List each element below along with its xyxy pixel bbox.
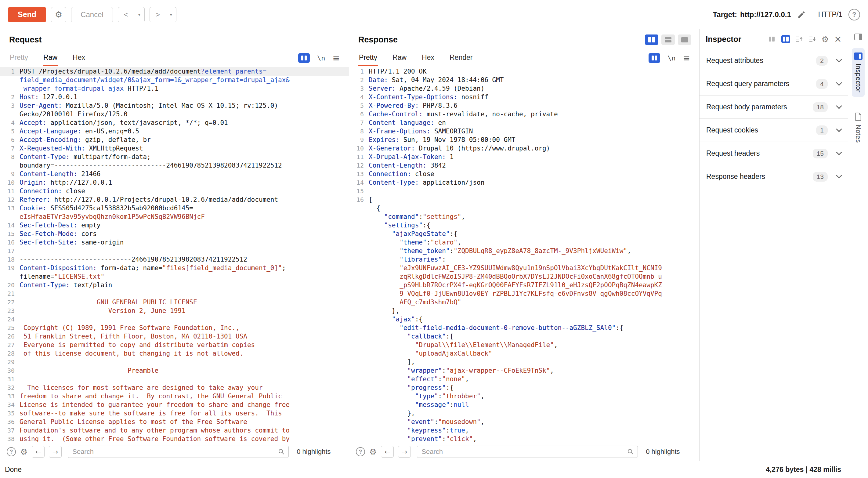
history-back-button[interactable]: < [118, 7, 134, 22]
code-line[interactable]: "theme":"claro", [349, 238, 699, 247]
layout-rows-button[interactable] [661, 34, 675, 45]
code-line[interactable]: 37Foundation's software and to any other… [0, 426, 349, 435]
tab-pretty[interactable]: Pretty [9, 50, 29, 66]
search-help-icon[interactable]: ? [356, 447, 365, 456]
code-line[interactable]: 3Server: Apache/2.4.59 (Debian) [349, 84, 699, 93]
show-newlines-toggle[interactable]: \n [317, 54, 326, 62]
code-line[interactable]: "eJx9UNFuwzAI_CE3-YZ9SUUIWdmw8Qyu1n19nSp… [349, 264, 699, 272]
code-line[interactable]: 10Origin: http://127.0.0.1 [0, 178, 349, 187]
next-match-button[interactable]: → [49, 446, 62, 457]
code-line[interactable]: "message":null [349, 400, 699, 409]
code-line[interactable]: 6Cache-Control: must-revalidate, no-cach… [349, 110, 699, 118]
code-line[interactable]: field_media_document/widget/0&ajax_form=… [0, 76, 349, 84]
code-line[interactable]: eIsHfaaETVr3av95yvbqQhzn0kom1P5wPcNSqB2V… [0, 212, 349, 221]
code-line[interactable]: 26 51 Franklin Street, Fifth Floor, Bost… [0, 332, 349, 341]
code-line[interactable]: 29 [0, 358, 349, 366]
search-help-icon[interactable]: ? [7, 447, 16, 456]
code-line[interactable]: "keypress":true, [349, 426, 699, 435]
code-line[interactable]: 14Content-Type: application/json [349, 178, 699, 187]
code-line[interactable]: 27 Everyone is permitted to copy and dis… [0, 341, 349, 349]
code-line[interactable]: 5X-Powered-By: PHP/8.3.6 [349, 101, 699, 110]
side-tab-notes[interactable]: Notes [852, 108, 864, 147]
code-line[interactable]: 14Sec-Fetch-Dest: empty [0, 221, 349, 230]
send-settings-button[interactable]: ⚙ [51, 7, 66, 22]
code-line[interactable]: 30 Preamble [0, 366, 349, 375]
code-line[interactable]: "command":"settings", [349, 212, 699, 221]
inspector-layout-vertical-icon[interactable] [781, 35, 790, 43]
code-line[interactable]: 1HTTP/1.1 200 OK [349, 67, 699, 76]
code-line[interactable]: 16[ [349, 196, 699, 204]
edit-target-icon[interactable] [797, 10, 806, 19]
code-line[interactable]: "libraries": [349, 255, 699, 264]
code-line[interactable]: 33freedom to share and change it. By con… [0, 392, 349, 400]
inspector-settings-icon[interactable]: ⚙ [822, 35, 829, 43]
show-newlines-toggle[interactable]: \n [668, 54, 676, 62]
inspector-section-request-attributes[interactable]: Request attributes2 [700, 49, 848, 72]
tab-hex[interactable]: Hex [72, 50, 86, 66]
code-line[interactable]: 15 [349, 187, 699, 196]
code-line[interactable]: 9_VQqLf0-JjUEwn8U1ov0EY_rZPBLJ1Yc7KLFsfq… [349, 289, 699, 298]
display-options-icon[interactable] [649, 53, 660, 63]
cancel-button[interactable]: Cancel [71, 7, 113, 22]
expand-all-icon[interactable] [808, 35, 816, 43]
code-line[interactable]: 2Host: 127.0.0.1 [0, 93, 349, 101]
inspector-layout-horizontal-icon[interactable] [767, 35, 776, 43]
code-line[interactable]: 8Content-Type: multipart/form-data; [0, 153, 349, 161]
code-line[interactable]: 24 [0, 315, 349, 324]
code-line[interactable]: 36General Public License applies to most… [0, 418, 349, 426]
code-line[interactable]: 19Content-Disposition: form-data; name="… [0, 264, 349, 272]
code-line[interactable]: "ajaxPageState":{ [349, 230, 699, 238]
tab-raw[interactable]: Raw [43, 50, 58, 66]
tab-pretty[interactable]: Pretty [358, 50, 378, 66]
inspector-section-request-cookies[interactable]: Request cookies1 [700, 119, 848, 142]
prev-match-button[interactable]: ← [32, 446, 44, 457]
code-line[interactable]: }, [349, 409, 699, 418]
response-search-input[interactable] [417, 446, 638, 458]
code-line[interactable]: 11X-Drupal-Ajax-Token: 1 [349, 153, 699, 161]
tab-render[interactable]: Render [449, 50, 473, 66]
code-line[interactable]: 1POST /Projects/drupal-10.2.6/media/add/… [0, 67, 349, 76]
code-line[interactable]: { [349, 204, 699, 212]
code-line[interactable]: 12Referer: http://127.0.0.1/Projects/dru… [0, 196, 349, 204]
code-line[interactable]: Gecko/20100101 Firefox/125.0 [0, 110, 349, 118]
editor-menu-icon[interactable]: ≡ [683, 53, 690, 63]
code-line[interactable]: "uploadAjaxCallback" [349, 349, 699, 358]
next-match-button[interactable]: → [398, 446, 411, 457]
code-line[interactable]: 11Connection: close [0, 187, 349, 196]
code-line[interactable]: "type":"throbber", [349, 392, 699, 400]
collapse-all-icon[interactable] [795, 35, 803, 43]
prev-match-button[interactable]: ← [381, 446, 394, 457]
dock-panel-icon[interactable] [854, 34, 862, 40]
code-line[interactable]: 13Cookie: SESS05d4275ca1538832b5ab92000b… [0, 204, 349, 212]
code-line[interactable]: 13Connection: close [349, 170, 699, 178]
code-line[interactable]: 17 [0, 247, 349, 255]
code-line[interactable]: boundary=-----------------------------24… [0, 161, 349, 170]
history-forward-dropdown[interactable]: ▾ [166, 7, 177, 22]
request-search-input[interactable] [68, 446, 289, 458]
code-line[interactable]: 22 GNU GENERAL PUBLIC LICENSE [0, 298, 349, 306]
code-line[interactable]: "prevent":"click", [349, 435, 699, 443]
help-icon[interactable]: ? [848, 9, 860, 21]
code-line[interactable]: "edit-field-media-document-0-remove-butt… [349, 324, 699, 332]
code-line[interactable]: 23 Version 2, June 1991 [0, 306, 349, 315]
inspector-section-request-body-parameters[interactable]: Request body parameters18 [700, 95, 848, 119]
code-line[interactable]: 16Sec-Fetch-Site: same-origin [0, 238, 349, 247]
response-editor[interactable]: 1HTTP/1.1 200 OK2Date: Sat, 04 May 2024 … [349, 66, 699, 443]
layout-columns-button[interactable] [645, 34, 658, 45]
search-settings-icon[interactable]: ⚙ [20, 448, 28, 456]
code-line[interactable]: 31 [0, 375, 349, 383]
code-line[interactable]: 9Content-Length: 21466 [0, 170, 349, 178]
code-line[interactable]: _wrapper_format=drupal_ajax HTTP/1.1 [0, 84, 349, 93]
code-line[interactable]: "wrapper":"ajax-wrapper--CFoEkE9TnSk", [349, 366, 699, 375]
code-line[interactable]: 35software--to make sure the software is… [0, 409, 349, 418]
code-line[interactable]: }, [349, 306, 699, 315]
http-version-label[interactable]: HTTP/1 [818, 10, 842, 19]
code-line[interactable]: 10X-Generator: Drupal 10 (https://www.dr… [349, 144, 699, 153]
search-settings-icon[interactable]: ⚙ [369, 448, 377, 456]
close-icon[interactable]: × [834, 34, 842, 43]
code-line[interactable]: 15Sec-Fetch-Mode: cors [0, 230, 349, 238]
code-line[interactable]: "theme_token":"ZQDBULqR8_eypZ8eA78_8azcT… [349, 247, 699, 255]
code-line[interactable]: 4X-Content-Type-Options: nosniff [349, 93, 699, 101]
history-forward-button[interactable]: > [150, 7, 166, 22]
display-options-icon[interactable] [298, 53, 310, 63]
